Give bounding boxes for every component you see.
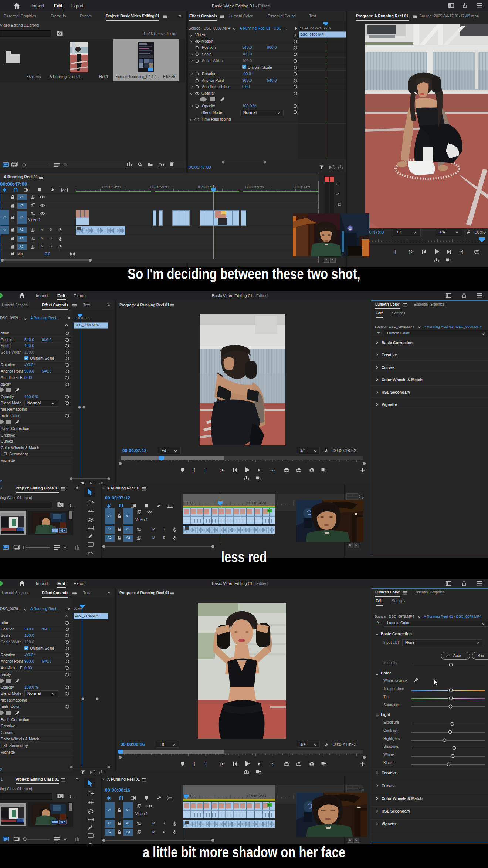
svg-text:{: { xyxy=(194,761,195,766)
svg-text:CC: CC xyxy=(168,505,172,507)
svg-text:}: } xyxy=(273,762,275,766)
svg-text:}: } xyxy=(273,468,275,472)
svg-text:}: } xyxy=(205,468,207,472)
svg-text:{: { xyxy=(194,468,195,472)
svg-text:{: { xyxy=(409,250,410,254)
svg-text:CC: CC xyxy=(168,797,172,800)
svg-text:}: } xyxy=(462,250,464,254)
svg-text:}: } xyxy=(205,761,207,766)
svg-text:{: { xyxy=(220,762,221,766)
svg-text:{: { xyxy=(220,468,221,472)
svg-text:fx: fx xyxy=(268,803,270,807)
svg-text:CC: CC xyxy=(62,189,67,192)
svg-text:fx: fx xyxy=(268,509,270,512)
svg-text:}: } xyxy=(394,249,396,254)
